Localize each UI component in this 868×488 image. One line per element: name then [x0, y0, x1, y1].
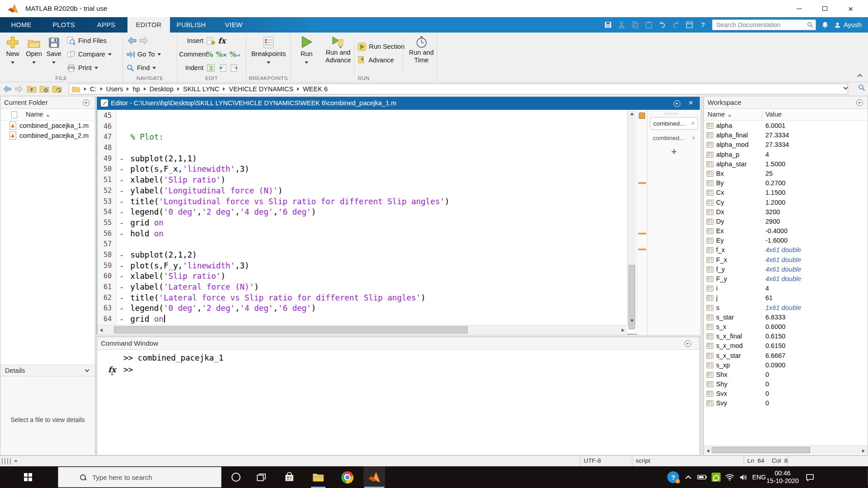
documentation-search-input[interactable] [712, 19, 816, 30]
redo-icon[interactable] [671, 21, 680, 29]
uncomment-icon[interactable]: %✕ [216, 50, 226, 59]
code-line[interactable]: 58- subplot(2,1,2) [97, 250, 627, 261]
workspace-variable-row[interactable]: Bx25 [704, 169, 868, 179]
code-line[interactable]: 47 % Plot: [97, 132, 627, 143]
new-document-tab-button[interactable]: + [667, 146, 681, 158]
workspace-variable-row[interactable]: alpha_final27.3334 [704, 131, 868, 141]
clock[interactable]: 00:4615-10-2020 [765, 466, 800, 488]
command-window-menu-icon[interactable] [684, 340, 691, 347]
insert-section-icon[interactable] [206, 37, 215, 45]
ribbon-tab-apps[interactable]: APPS [85, 17, 127, 33]
workspace-variable-row[interactable]: s_x_star6.6667 [704, 352, 868, 361]
indent-right-icon[interactable] [218, 64, 227, 72]
editor-close-icon[interactable]: × [689, 99, 693, 108]
code-line[interactable]: 62- title('Lateral force vs Slip ratio f… [97, 293, 627, 304]
code-line[interactable]: 46 [97, 122, 627, 132]
compare-button[interactable]: Compare [67, 48, 112, 60]
workspace-variable-row[interactable]: Cy1.2000 [704, 198, 868, 208]
go-to-button[interactable]: Go To [127, 48, 161, 60]
notifications-bell-icon[interactable] [821, 21, 830, 29]
editor-vertical-scrollbar[interactable] [627, 110, 636, 325]
run-and-time-button[interactable]: Run andTime [407, 34, 435, 64]
editor-titlebar[interactable]: Editor - C:\Users\hp\Desktop\SKILL LYNC\… [97, 97, 699, 110]
comment-icon[interactable]: % [206, 50, 213, 59]
folder-refresh-icon[interactable] [52, 84, 62, 94]
breakpoints-dropdown-icon[interactable] [267, 61, 270, 64]
find-button[interactable]: Find [127, 62, 156, 74]
minimize-button[interactable] [786, 0, 812, 17]
new-dropdown-icon[interactable] [11, 61, 14, 64]
run-dropdown-icon[interactable] [305, 61, 308, 64]
tray-overflow-button[interactable] [682, 466, 694, 488]
run-section-button[interactable]: Run Section [358, 41, 405, 52]
save-button[interactable]: Save [42, 34, 66, 66]
go-to-dropdown-icon[interactable] [157, 53, 161, 56]
maximize-button[interactable] [812, 0, 838, 17]
code-line[interactable]: 51- xlabel('Slip ratio') [97, 175, 627, 186]
taskbar-search-input[interactable] [92, 474, 201, 481]
ribbon-tab-view[interactable]: VIEW [212, 17, 255, 33]
code-line[interactable]: 48 [97, 143, 627, 154]
workspace-variable-row[interactable]: alpha_mod27.3334 [704, 141, 868, 150]
folder-up-icon[interactable] [26, 84, 37, 94]
save-icon[interactable] [604, 21, 613, 29]
workspace-variable-row[interactable]: F_x4x61 double [704, 256, 868, 265]
scroll-down-icon[interactable] [627, 317, 636, 325]
action-center-button[interactable] [802, 466, 817, 488]
scroll-left-icon[interactable] [704, 446, 712, 455]
code-line[interactable]: 61- ylabel('Lateral force (N)') [97, 282, 627, 293]
task-view-button[interactable] [250, 466, 272, 488]
code-line[interactable]: 57 [97, 239, 627, 250]
breadcrumb-item[interactable]: Desktop [148, 85, 175, 93]
file-item[interactable]: combined_pacejka_1.m [0, 121, 95, 131]
workspace-variable-row[interactable]: s_xp0.0900 [704, 361, 868, 371]
restore-panel-icon[interactable] [14, 460, 18, 462]
cortana-button[interactable] [225, 466, 247, 488]
workspace-variable-row[interactable]: Shx0 [704, 371, 868, 380]
workspace-variable-row[interactable]: j61 [704, 294, 868, 303]
breadcrumb-item[interactable]: WEEK 6 [302, 85, 329, 93]
warning-marker[interactable] [638, 249, 646, 250]
undo-icon[interactable] [658, 21, 667, 29]
ribbon-tab-home[interactable]: HOME [0, 17, 42, 33]
code-analyzer-status-icon[interactable] [639, 113, 645, 119]
code-line[interactable]: 50- plot(s,F_x,'linewidth',3) [97, 164, 627, 175]
workspace-variable-row[interactable]: s_star6.8333 [704, 313, 868, 323]
wifi-tray-icon[interactable] [723, 466, 736, 488]
ribbon-tab-plots[interactable]: PLOTS [42, 17, 85, 33]
paste-icon[interactable] [644, 21, 653, 29]
taskbar-search[interactable] [58, 467, 222, 488]
workspace-variable-row[interactable]: Ex-0.4000 [704, 227, 868, 236]
code-line[interactable]: 55- grid on [97, 218, 627, 229]
workspace-variable-row[interactable]: Svy0 [704, 399, 868, 408]
details-header[interactable]: Details [0, 365, 95, 376]
code-line[interactable]: 45 [97, 111, 627, 122]
run-button[interactable]: Run [297, 34, 316, 66]
code-line[interactable]: 54- legend('0 deg','2 deg','4 deg','6 de… [97, 207, 627, 218]
breadcrumb-item[interactable]: SKILL LYNC [182, 85, 221, 93]
battery-tray-icon[interactable] [695, 466, 709, 488]
code-area[interactable]: 454647 % Plot:4849- subplot(2,1,1)50- pl… [97, 111, 627, 325]
nav-back-icon[interactable] [2, 84, 13, 94]
editor-menu-icon[interactable] [674, 100, 680, 107]
breadcrumb[interactable]: C:UsershpDesktopSKILL LYNCVEHICLE DYNAMI… [69, 84, 848, 94]
workspace-variable-row[interactable]: s_x_final0.6150 [704, 332, 868, 342]
switch-window-icon[interactable] [685, 21, 694, 29]
code-line[interactable]: 60- xlabel('Slip ratio') [97, 271, 627, 282]
workspace-variable-row[interactable]: s_x_mod0.6150 [704, 342, 868, 351]
close-tab-icon[interactable]: × [692, 134, 695, 141]
workspace-variable-row[interactable]: Dx3200 [704, 208, 868, 217]
back-icon[interactable] [127, 37, 137, 45]
column-divider[interactable] [762, 110, 762, 120]
nvidia-tray-icon[interactable] [710, 466, 722, 488]
workspace-variable-row[interactable]: alpha_star1.5000 [704, 160, 868, 169]
code-line[interactable]: 49- subplot(2,1,1) [97, 154, 627, 164]
warning-marker[interactable] [638, 233, 646, 235]
smart-indent-icon[interactable] [206, 64, 215, 72]
matlab-taskbar-button[interactable] [363, 466, 385, 488]
workspace-variable-row[interactable]: Shy0 [704, 380, 868, 389]
breadcrumb-item[interactable]: hp [131, 85, 141, 93]
wrap-comment-icon[interactable]: %↵ [230, 50, 241, 59]
scroll-right-icon[interactable] [619, 325, 627, 335]
find-dropdown-icon[interactable] [152, 67, 156, 69]
